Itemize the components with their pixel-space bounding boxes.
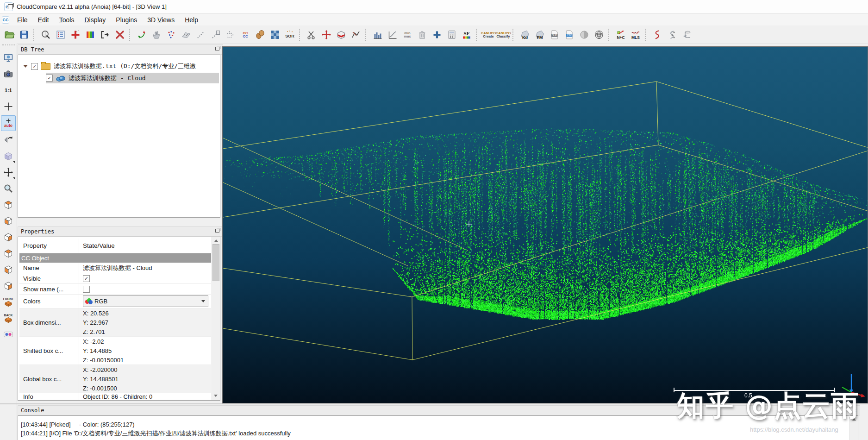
restore-button[interactable] xyxy=(0,0,20,13)
cylinder-edit-button[interactable] xyxy=(680,28,694,42)
menu-edit[interactable]: Edit xyxy=(33,15,54,25)
dropdown-indicator[interactable] xyxy=(13,177,15,179)
canupo-create-button[interactable]: CANUPOCreate xyxy=(481,28,495,42)
mesh-button[interactable] xyxy=(253,28,267,42)
stereo-glasses-button[interactable] xyxy=(1,327,15,342)
svg-text:SHP: SHP xyxy=(552,34,557,37)
view-left-button[interactable] xyxy=(1,230,15,245)
globe-button[interactable] xyxy=(592,28,606,42)
mls-smoothing-button[interactable]: MLS xyxy=(629,28,643,42)
properties-scrollbar[interactable] xyxy=(212,237,220,400)
property-row-boxdimensi: Box dimensi...X: 20.526Y: 22.967Z: 2.701 xyxy=(19,308,211,337)
histogram-button[interactable] xyxy=(371,28,385,42)
perspective-button[interactable] xyxy=(1,149,15,163)
menu-bar: CC FileEditToolsDisplayPlugins3D ViewsHe… xyxy=(0,14,868,25)
view-front-button[interactable] xyxy=(1,214,15,228)
register-button[interactable] xyxy=(135,28,149,42)
sf-arithmetic-button[interactable] xyxy=(445,28,459,42)
property-checkbox[interactable]: ✓ xyxy=(83,275,90,282)
kd-tree-button[interactable]: Kd xyxy=(518,28,532,42)
canupo-classify-button[interactable]: CANUPOClassify xyxy=(496,28,510,42)
point-picking-button[interactable] xyxy=(150,28,163,42)
sf-minmax-button[interactable]: minmax xyxy=(400,28,414,42)
rotate-view-button[interactable] xyxy=(1,132,15,147)
view-right-button[interactable] xyxy=(1,246,15,261)
fit-plane-button[interactable] xyxy=(179,28,193,42)
scrollbar-thumb[interactable] xyxy=(212,244,219,281)
menu-help[interactable]: Help xyxy=(180,15,203,25)
extract-cloud-button[interactable] xyxy=(224,28,237,42)
pivot-center-button[interactable] xyxy=(1,99,15,114)
scalar-field-button[interactable]: SF xyxy=(460,28,474,42)
menu-file[interactable]: File xyxy=(12,15,33,25)
colors-combo[interactable]: RGB xyxy=(83,295,208,307)
zoom-1-1-button[interactable]: 1:1 xyxy=(1,83,15,98)
sor-filter-button[interactable]: SOR xyxy=(283,28,297,42)
properties-float-button[interactable] xyxy=(215,229,220,233)
zoom-mode-button[interactable] xyxy=(1,181,15,196)
spline-red-button[interactable] xyxy=(650,28,664,42)
viewport-3d[interactable] xyxy=(222,46,868,403)
save-button[interactable] xyxy=(17,28,31,42)
apply-transformation-button[interactable] xyxy=(54,28,68,42)
texture-checker-button[interactable] xyxy=(268,28,282,42)
toolbar-drag-handle[interactable] xyxy=(2,44,15,49)
shp-export-button[interactable]: SHP xyxy=(548,28,562,42)
tree-item-cloud-label: 滤波算法训练数据 - Cloud xyxy=(69,74,146,82)
tree-item-cloud[interactable]: ✓ 滤波算法训练数据 - Cloud xyxy=(46,73,219,83)
subsample-button[interactable] xyxy=(194,28,208,42)
col-state-value: State/Value xyxy=(79,242,211,249)
property-checkbox[interactable] xyxy=(83,286,90,293)
global-shift-button[interactable] xyxy=(39,28,53,42)
db-tree-float-button[interactable] xyxy=(215,47,220,51)
toolbar-separator xyxy=(33,29,37,41)
view-back-iso-button[interactable]: BACK xyxy=(1,311,15,326)
point-cloud-canvas[interactable] xyxy=(223,47,868,403)
gaussian-curve-button[interactable] xyxy=(386,28,400,42)
col-property: Property xyxy=(19,239,79,253)
normals-curvature-button[interactable]: N+C xyxy=(614,28,628,42)
tree-item-file[interactable]: ✓ 滤波算法训练数据.txt (D:/文档资料/专业/三维激 xyxy=(20,61,218,71)
pivot-auto-button[interactable]: auto xyxy=(1,115,16,131)
main-toolbar: CCCCSORminmaxSFCANUPOCreateCANUPOClassif… xyxy=(0,26,868,44)
tree-checkbox-cloud[interactable]: ✓ xyxy=(46,75,53,82)
delete-button[interactable] xyxy=(113,28,127,42)
screenshot-button[interactable] xyxy=(1,67,15,82)
spline-points-button[interactable] xyxy=(665,28,679,42)
view-top-button[interactable] xyxy=(1,197,15,212)
db-tree-header: DB Tree xyxy=(18,44,223,55)
svg-text:auto: auto xyxy=(4,123,12,128)
cloud-cloud-distance-button[interactable]: CCCC xyxy=(238,28,252,42)
point-pair-align-button[interactable] xyxy=(69,28,82,42)
free-segment-button[interactable] xyxy=(349,28,363,42)
sphere-button[interactable] xyxy=(577,28,591,42)
property-row-colors: Colors RGB xyxy=(19,295,211,308)
csv-export-button[interactable]: CSV xyxy=(562,28,576,42)
sf-add-button[interactable] xyxy=(430,28,444,42)
menu-3d-views[interactable]: 3D Views xyxy=(142,15,180,25)
menu-display[interactable]: Display xyxy=(79,15,111,25)
cross-section-button[interactable] xyxy=(334,28,348,42)
tree-checkbox-file[interactable]: ✓ xyxy=(31,63,38,70)
open-file-button[interactable] xyxy=(2,28,16,42)
display-options-button[interactable] xyxy=(1,50,15,65)
dropdown-indicator[interactable] xyxy=(13,161,15,163)
fm-button[interactable]: FM xyxy=(533,28,547,42)
svg-text:MLS: MLS xyxy=(631,35,640,40)
filter-by-value-button[interactable] xyxy=(415,28,429,42)
view-front-iso-button[interactable]: FRONT xyxy=(1,295,15,309)
scroll-up-arrow[interactable] xyxy=(214,239,218,242)
color-scales-manager-button[interactable] xyxy=(83,28,97,42)
translate-rotate-button[interactable] xyxy=(319,28,333,42)
fit-zoom-button[interactable] xyxy=(98,28,112,42)
point-list-picking-button[interactable] xyxy=(164,28,178,42)
tree-expand-caret[interactable] xyxy=(23,65,28,68)
view-back-button[interactable] xyxy=(1,262,15,277)
menu-tools[interactable]: Tools xyxy=(54,15,80,25)
view-bottom-button[interactable] xyxy=(1,278,15,293)
resample-button[interactable] xyxy=(209,28,223,42)
scissors-segment-button[interactable] xyxy=(305,28,318,42)
scroll-down-arrow[interactable] xyxy=(214,395,218,397)
menu-plugins[interactable]: Plugins xyxy=(111,15,142,25)
pan-mode-button[interactable] xyxy=(1,165,15,180)
